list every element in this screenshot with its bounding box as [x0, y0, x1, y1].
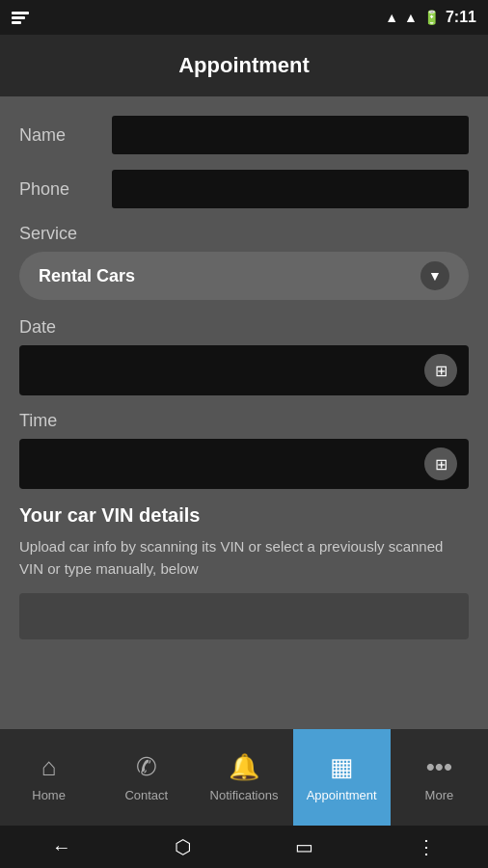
- cellular-icon: ▲: [404, 10, 418, 25]
- status-bar-left: [12, 12, 29, 24]
- bell-icon: 🔔: [229, 752, 259, 782]
- wifi-icon: ▲: [385, 10, 398, 25]
- android-nav-bar: ← ⬡ ▭ ⋮: [0, 826, 488, 868]
- appointment-icon: ▦: [330, 752, 354, 782]
- page-title: Appointment: [178, 53, 310, 78]
- name-input[interactable]: [112, 116, 469, 154]
- signal-bars-icon: [12, 12, 29, 24]
- nav-label-appointment: Appointment: [307, 788, 377, 802]
- nav-item-home[interactable]: ⌂ Home: [0, 729, 97, 826]
- phone-label: Phone: [19, 179, 96, 200]
- status-bar-right: ▲ ▲ 🔋 7:11: [385, 9, 476, 26]
- service-label-row: Service: [19, 224, 469, 244]
- date-input[interactable]: ⊞: [19, 345, 469, 395]
- date-label: Date: [19, 317, 469, 338]
- name-label: Name: [19, 125, 96, 146]
- chevron-down-icon: ▼: [420, 261, 449, 290]
- main-content: Name Phone Service Rental Cars ▼ Date ⊞ …: [0, 96, 488, 729]
- vin-description: Upload car info by scanning its VIN or s…: [19, 536, 469, 580]
- nav-label-notifications: Notifications: [210, 788, 279, 802]
- nav-item-more[interactable]: ••• More: [391, 729, 488, 826]
- menu-button[interactable]: ⋮: [417, 835, 436, 858]
- status-bar: ▲ ▲ 🔋 7:11: [0, 0, 488, 35]
- vin-button[interactable]: [19, 593, 469, 639]
- nav-label-home: Home: [32, 788, 66, 802]
- name-field-row: Name: [19, 116, 469, 154]
- service-dropdown-text: Rental Cars: [39, 266, 135, 286]
- nav-label-contact: Contact: [124, 788, 168, 802]
- phone-field-row: Phone: [19, 170, 469, 208]
- phone-icon: ✆: [136, 752, 157, 782]
- time-input[interactable]: ⊞: [19, 439, 469, 489]
- nav-item-contact[interactable]: ✆ Contact: [97, 729, 195, 826]
- time-label: Time: [19, 411, 469, 431]
- recent-button[interactable]: ▭: [295, 835, 313, 858]
- nav-item-appointment[interactable]: ▦ Appointment: [293, 729, 391, 826]
- service-dropdown[interactable]: Rental Cars ▼: [19, 252, 469, 300]
- nav-item-notifications[interactable]: 🔔 Notifications: [195, 729, 292, 826]
- app-header: Appointment: [0, 35, 488, 96]
- phone-input[interactable]: [112, 170, 469, 208]
- battery-icon: 🔋: [423, 10, 440, 25]
- status-time: 7:11: [446, 9, 476, 26]
- home-button[interactable]: ⬡: [175, 835, 191, 858]
- service-label: Service: [19, 224, 77, 243]
- more-icon: •••: [426, 752, 452, 782]
- vin-title: Your car VIN details: [19, 504, 469, 527]
- nav-label-more: More: [425, 788, 454, 802]
- clock-icon: ⊞: [424, 448, 457, 480]
- bottom-nav: ⌂ Home ✆ Contact 🔔 Notifications ▦ Appoi…: [0, 729, 488, 826]
- home-icon: ⌂: [41, 752, 57, 782]
- calendar-icon: ⊞: [424, 354, 457, 387]
- back-button[interactable]: ←: [52, 836, 71, 858]
